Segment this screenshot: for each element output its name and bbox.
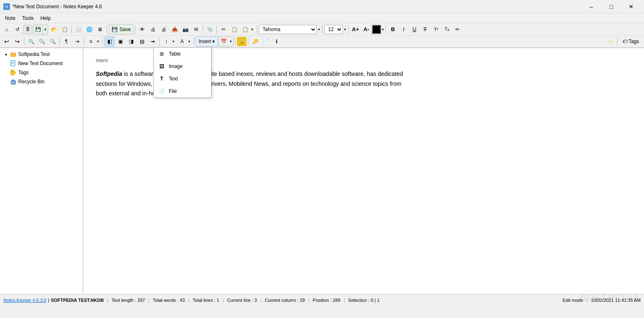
monitor-btn[interactable]: 🖥 — [95, 24, 105, 34]
sep11 — [59, 37, 60, 46]
doc-btn[interactable]: 📄 — [261, 36, 271, 46]
list-group[interactable]: ≡ ▾ — [86, 36, 101, 46]
statusbar-sep7: | — [308, 298, 309, 303]
strikethrough-btn[interactable]: T̶ — [420, 24, 430, 34]
subscript-btn[interactable]: T₂ — [442, 24, 452, 34]
db-name-label: SOFTPEDIA TEST.NKDB — [51, 298, 104, 303]
sep15 — [194, 37, 194, 46]
indent-btn[interactable]: ⇥ — [72, 36, 82, 46]
print2-btn[interactable]: 🖨 — [159, 24, 169, 34]
file-icon: 📄 — [158, 87, 165, 95]
db-icon[interactable]: 🗄 — [23, 25, 32, 34]
save-group[interactable]: 💾 ▾ — [33, 24, 48, 34]
sep17 — [248, 37, 248, 46]
bold-button[interactable]: B — [388, 24, 398, 34]
align-right-btn[interactable]: ◨ — [126, 36, 136, 46]
app-icon: N — [3, 3, 10, 10]
copy2-btn[interactable]: 📋 — [229, 24, 239, 34]
zoom-in-btn[interactable]: 🔍 — [26, 36, 36, 46]
app-version-link[interactable]: Notes Keeper 4.6.3.0 — [3, 298, 46, 303]
decrease-font-btn[interactable]: A- — [361, 24, 371, 34]
size-arrow[interactable]: ▾ — [344, 27, 346, 32]
align-left-btn[interactable]: ◧ — [104, 36, 114, 46]
size-select[interactable]: 12 10 14 16 — [324, 25, 343, 34]
toolbar-main: ⌂ ↺ 🗄 💾 ▾ 📂 📋 ⬜ 🌐 🖥 💾 Save 👁 🖨 🖨 📤 📷 ✉ 📎… — [0, 23, 644, 36]
paste-arrow[interactable]: ▾ — [250, 25, 255, 34]
insert-text-item[interactable]: T Text — [154, 73, 211, 85]
save-button[interactable]: 💾 Save — [109, 24, 134, 34]
tags-button[interactable]: 🏷 Tags — [619, 38, 642, 45]
color-picker[interactable] — [372, 25, 381, 34]
redo-btn[interactable]: ↪ — [12, 36, 22, 46]
home-btn[interactable]: ⌂ — [2, 24, 12, 34]
cut-btn[interactable]: ✂ — [219, 24, 228, 34]
increase-font-btn[interactable]: A+ — [350, 24, 360, 34]
position-label: Position : 289 — [313, 298, 340, 303]
menu-tools[interactable]: Tools — [19, 15, 37, 22]
paste-icon[interactable]: 📋 — [241, 25, 250, 34]
paste-group[interactable]: 📋 ▾ — [240, 24, 255, 34]
format-btn[interactable]: ✏ — [452, 24, 462, 34]
print-btn[interactable]: 🖨 — [148, 24, 158, 34]
insert-image-item[interactable]: 🖼 Image — [154, 60, 211, 73]
tag-icon: 🏷 — [622, 39, 627, 44]
lock-button[interactable]: 🔒 — [237, 37, 246, 46]
sidebar-item-softpedia-test[interactable]: ▾ Softpedia Test — [0, 50, 83, 59]
svg-rect-8 — [12, 80, 15, 80]
text-icon: T — [158, 75, 165, 83]
sidebar-item-tags[interactable]: ▾ Tags — [0, 68, 83, 77]
no-indent-btn[interactable]: ⇥ — [148, 36, 158, 46]
current-column-label: Current column : 29 — [265, 298, 305, 303]
email-btn[interactable]: ✉ — [191, 24, 201, 34]
color-arrow[interactable]: ▾ — [382, 27, 384, 32]
copy-btn[interactable]: ⬜ — [73, 24, 83, 34]
font-size-group2[interactable]: A ▾ — [177, 36, 192, 46]
editor-bold-italic: Softpedia — [96, 70, 122, 77]
sidebar-item-recycle-bin[interactable]: ▾ Recycle Bin — [0, 77, 83, 86]
para-btn[interactable]: ¶ — [61, 36, 71, 46]
tree-toggle-softpedia[interactable]: ▾ — [3, 52, 8, 57]
zoom-out-btn[interactable]: 🔍 — [37, 36, 47, 46]
attach-btn[interactable]: 📎 — [205, 24, 215, 34]
font-arrow[interactable]: ▾ — [318, 27, 320, 32]
key-btn[interactable]: 🔑 — [250, 36, 260, 46]
insert-table-item[interactable]: ⊞ Table — [154, 48, 211, 60]
save-dropdown-arrow[interactable]: ▾ — [43, 25, 48, 34]
align-center-btn[interactable]: ▣ — [115, 36, 125, 46]
sep16 — [235, 37, 236, 46]
maximize-button[interactable]: □ — [602, 0, 621, 13]
tags-label: Tags — [629, 39, 639, 44]
zoom-fit-btn[interactable]: 🔍 — [48, 36, 58, 46]
statusbar-sep1: | — [48, 298, 49, 303]
italic-button[interactable]: I — [399, 24, 408, 34]
undo-btn[interactable]: ↩ — [2, 36, 12, 46]
sep4 — [203, 25, 203, 34]
close-button[interactable]: ✕ — [622, 0, 641, 13]
sep13 — [102, 37, 103, 46]
internet-btn[interactable]: 🌐 — [84, 24, 94, 34]
save-icon-part[interactable]: 💾 — [34, 25, 43, 34]
total-lines-label: Total lines : 1 — [193, 298, 219, 303]
screen-btn[interactable]: 📷 — [180, 24, 190, 34]
print-preview-btn[interactable]: 👁 — [137, 24, 147, 34]
underline-button[interactable]: U — [409, 24, 419, 34]
menu-help[interactable]: Help — [37, 15, 54, 22]
font-select[interactable]: Tahoma Arial Courier New — [259, 25, 317, 34]
menu-note[interactable]: Note — [2, 15, 19, 22]
line-spacing-group[interactable]: ↕ ▾ — [161, 36, 176, 46]
insert-file-item[interactable]: 📄 File — [154, 85, 211, 97]
superscript-btn[interactable]: T² — [431, 24, 441, 34]
sidebar: ▾ Softpedia Test New Text Document ▾ — [0, 48, 83, 294]
export-btn[interactable]: 📤 — [170, 24, 180, 34]
calendar-group[interactable]: 📅 ▾ — [219, 36, 233, 46]
favorite-btn[interactable]: ☆ — [605, 36, 615, 46]
sidebar-item-new-text-doc[interactable]: New Text Document — [0, 59, 83, 68]
minimize-button[interactable]: – — [582, 0, 601, 13]
template-btn[interactable]: 📋 — [60, 24, 70, 34]
insert-button[interactable]: Insert ▾ — [196, 36, 218, 46]
align-justify-btn[interactable]: ▤ — [137, 36, 147, 46]
open-btn[interactable]: 📂 — [49, 24, 59, 34]
info-btn[interactable]: ℹ — [272, 36, 282, 46]
refresh-btn[interactable]: ↺ — [12, 24, 22, 34]
tag-icon — [10, 69, 17, 76]
